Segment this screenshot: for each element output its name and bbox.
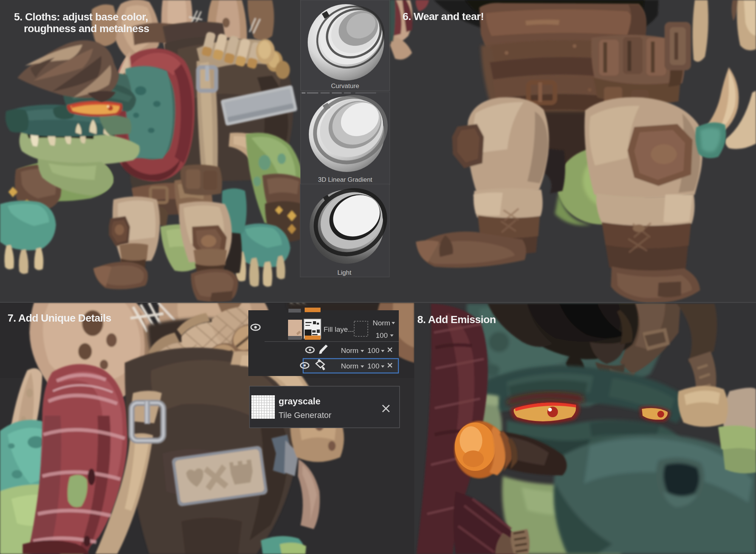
svg-text:Tile Generator: Tile Generator xyxy=(279,410,332,420)
svg-text:Norm: Norm xyxy=(341,362,358,370)
svg-text:100: 100 xyxy=(367,347,380,354)
svg-text:grayscale: grayscale xyxy=(279,396,321,406)
svg-text:Norm: Norm xyxy=(373,319,390,327)
svg-text:Fill laye...: Fill laye... xyxy=(324,325,354,333)
svg-text:6. Wear and tear!: 6. Wear and tear! xyxy=(403,11,484,22)
svg-text:5. Cloths: adjust base color,: 5. Cloths: adjust base color, xyxy=(14,11,148,23)
svg-text:roughness and metalness: roughness and metalness xyxy=(24,23,149,34)
svg-text:3D Linear Gradient: 3D Linear Gradient xyxy=(318,176,372,183)
svg-text:8. Add Emission: 8. Add Emission xyxy=(417,314,496,325)
svg-text:100: 100 xyxy=(376,331,388,339)
svg-text:Light: Light xyxy=(338,269,352,276)
svg-text:100: 100 xyxy=(367,362,380,370)
svg-text:Curvature: Curvature xyxy=(331,82,359,90)
svg-text:Norm: Norm xyxy=(341,347,358,354)
svg-text:7. Add Unique Details: 7. Add Unique Details xyxy=(8,312,111,324)
